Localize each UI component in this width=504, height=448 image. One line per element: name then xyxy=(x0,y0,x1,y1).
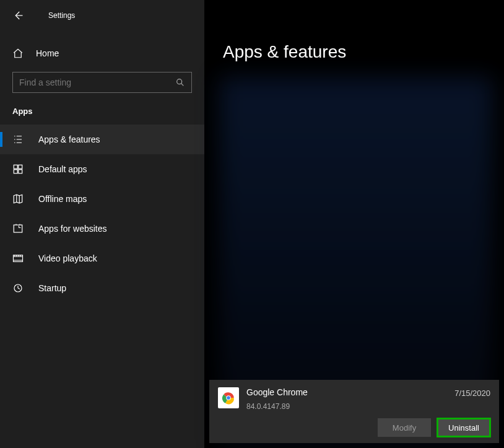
svg-point-10 xyxy=(227,396,230,400)
svg-rect-2 xyxy=(19,165,22,169)
page-title: Apps & features xyxy=(204,0,504,62)
nav-apps-features[interactable]: Apps & features xyxy=(0,125,204,154)
nav-label: Offline maps xyxy=(38,194,87,204)
nav-label: Apps & features xyxy=(38,134,100,144)
app-card-selected[interactable]: Google Chrome 84.0.4147.89 7/15/2020 Mod… xyxy=(209,380,499,443)
settings-label: Settings xyxy=(48,11,75,20)
search-input[interactable] xyxy=(19,77,175,87)
sidebar: Settings Home Apps xyxy=(0,0,204,448)
svg-rect-5 xyxy=(14,225,22,232)
app-name: Google Chrome xyxy=(246,387,454,397)
apps-websites-icon xyxy=(12,223,30,234)
modify-button[interactable]: Modify xyxy=(378,418,431,437)
nav-list: Apps & features Default apps Offline m xyxy=(0,125,204,303)
startup-icon xyxy=(12,283,30,294)
apps-features-icon xyxy=(12,134,30,145)
nav-label: Video playback xyxy=(38,253,97,263)
svg-point-0 xyxy=(177,79,182,84)
home-icon xyxy=(12,48,30,59)
chrome-icon xyxy=(218,387,239,408)
search-icon xyxy=(175,77,185,87)
nav-apps-websites[interactable]: Apps for websites xyxy=(0,214,204,244)
nav-label: Default apps xyxy=(38,164,87,174)
home-nav[interactable]: Home xyxy=(0,38,204,68)
nav-label: Startup xyxy=(38,283,66,293)
nav-startup[interactable]: Startup xyxy=(0,273,204,303)
app-version: 84.0.4147.89 xyxy=(246,402,454,411)
back-button[interactable] xyxy=(12,3,37,28)
app-card-top: Google Chrome 84.0.4147.89 7/15/2020 xyxy=(218,387,490,411)
search-box[interactable] xyxy=(12,72,192,93)
video-playback-icon xyxy=(12,253,30,264)
search-wrap xyxy=(0,72,204,93)
app-info: Google Chrome 84.0.4147.89 xyxy=(246,387,454,411)
app-install-date: 7/15/2020 xyxy=(454,389,490,398)
offline-maps-icon xyxy=(12,193,30,204)
home-label: Home xyxy=(36,48,59,58)
button-row: Modify Uninstall xyxy=(218,418,490,437)
nav-offline-maps[interactable]: Offline maps xyxy=(0,184,204,214)
svg-rect-1 xyxy=(14,165,17,169)
svg-rect-4 xyxy=(19,170,22,173)
back-arrow-icon xyxy=(12,10,24,21)
nav-label: Apps for websites xyxy=(38,224,107,234)
nav-default-apps[interactable]: Default apps xyxy=(0,154,204,184)
uninstall-button[interactable]: Uninstall xyxy=(437,418,490,437)
nav-video-playback[interactable]: Video playback xyxy=(0,244,204,273)
main-panel: Apps & features Google Chrome 84.0.4147.… xyxy=(204,0,504,448)
svg-rect-3 xyxy=(14,170,17,173)
default-apps-icon xyxy=(12,164,30,175)
section-label: Apps xyxy=(0,93,204,125)
header-row: Settings xyxy=(0,0,204,31)
